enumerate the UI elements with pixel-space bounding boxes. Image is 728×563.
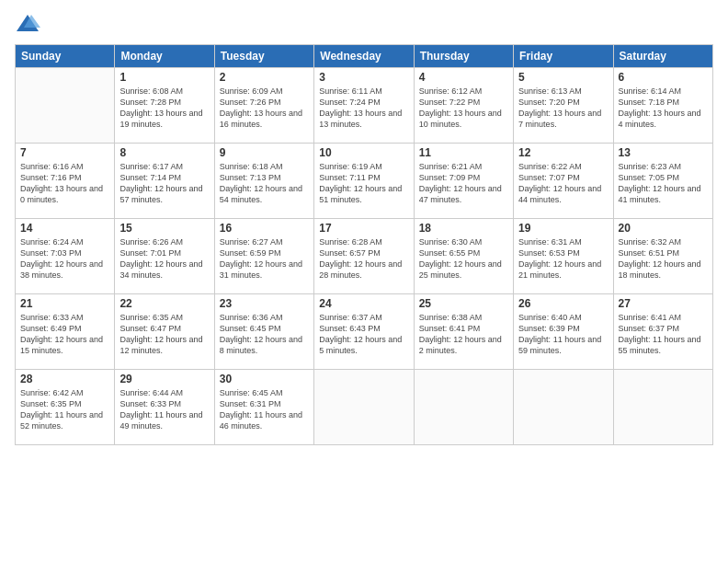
day-number: 12 (518, 146, 608, 159)
calendar-cell (16, 68, 115, 144)
calendar-cell: 10Sunrise: 6:19 AMSunset: 7:11 PMDayligh… (314, 144, 414, 219)
calendar-cell: 30Sunrise: 6:45 AMSunset: 6:31 PMDayligh… (214, 370, 313, 445)
calendar-cell: 28Sunrise: 6:42 AMSunset: 6:35 PMDayligh… (16, 370, 115, 445)
day-number: 26 (518, 297, 608, 310)
day-info: Sunrise: 6:28 AMSunset: 6:57 PMDaylight:… (319, 236, 408, 282)
day-info: Sunrise: 6:37 AMSunset: 6:43 PMDaylight:… (319, 312, 408, 357)
calendar-week-row: 28Sunrise: 6:42 AMSunset: 6:35 PMDayligh… (16, 370, 713, 445)
calendar-cell: 20Sunrise: 6:32 AMSunset: 6:51 PMDayligh… (613, 219, 712, 294)
logo-icon (15, 11, 40, 37)
day-number: 2 (220, 71, 309, 84)
calendar-cell (414, 370, 513, 445)
day-number: 14 (20, 222, 109, 235)
day-info: Sunrise: 6:30 AMSunset: 6:55 PMDaylight:… (419, 236, 508, 282)
calendar-cell: 3Sunrise: 6:11 AMSunset: 7:24 PMDaylight… (314, 68, 414, 144)
calendar-cell: 8Sunrise: 6:17 AMSunset: 7:14 PMDaylight… (115, 144, 214, 219)
logo (15, 11, 44, 37)
day-number: 5 (518, 71, 608, 84)
day-info: Sunrise: 6:36 AMSunset: 6:45 PMDaylight:… (220, 312, 309, 357)
day-info: Sunrise: 6:19 AMSunset: 7:11 PMDaylight:… (319, 161, 408, 206)
calendar-cell: 21Sunrise: 6:33 AMSunset: 6:49 PMDayligh… (16, 294, 115, 370)
day-number: 23 (220, 297, 309, 310)
day-number: 4 (419, 71, 508, 84)
day-info: Sunrise: 6:21 AMSunset: 7:09 PMDaylight:… (419, 161, 508, 206)
day-info: Sunrise: 6:18 AMSunset: 7:13 PMDaylight:… (220, 161, 309, 206)
calendar-cell: 11Sunrise: 6:21 AMSunset: 7:09 PMDayligh… (414, 144, 513, 219)
day-info: Sunrise: 6:09 AMSunset: 7:26 PMDaylight:… (220, 86, 309, 131)
calendar-cell: 17Sunrise: 6:28 AMSunset: 6:57 PMDayligh… (314, 219, 414, 294)
day-header-monday: Monday (115, 45, 214, 68)
day-number: 18 (419, 222, 508, 235)
calendar-cell: 19Sunrise: 6:31 AMSunset: 6:53 PMDayligh… (514, 219, 613, 294)
day-number: 16 (220, 222, 309, 235)
day-number: 11 (419, 146, 508, 159)
calendar-cell: 23Sunrise: 6:36 AMSunset: 6:45 PMDayligh… (214, 294, 313, 370)
day-number: 10 (319, 146, 408, 159)
calendar-week-row: 7Sunrise: 6:16 AMSunset: 7:16 PMDaylight… (16, 144, 713, 219)
day-number: 7 (20, 146, 109, 159)
calendar-cell (514, 370, 613, 445)
day-header-thursday: Thursday (414, 45, 513, 68)
day-number: 15 (119, 222, 209, 235)
day-number: 28 (20, 373, 109, 385)
day-number: 1 (119, 71, 209, 84)
calendar-cell: 9Sunrise: 6:18 AMSunset: 7:13 PMDaylight… (214, 144, 313, 219)
day-info: Sunrise: 6:32 AMSunset: 6:51 PMDaylight:… (619, 236, 708, 282)
day-number: 22 (119, 297, 209, 310)
day-info: Sunrise: 6:38 AMSunset: 6:41 PMDaylight:… (419, 312, 508, 357)
day-number: 24 (319, 297, 408, 310)
day-info: Sunrise: 6:42 AMSunset: 6:35 PMDaylight:… (20, 387, 109, 432)
day-header-tuesday: Tuesday (214, 45, 313, 68)
day-number: 8 (119, 146, 209, 159)
calendar-cell: 18Sunrise: 6:30 AMSunset: 6:55 PMDayligh… (414, 219, 513, 294)
calendar-cell (314, 370, 414, 445)
day-info: Sunrise: 6:16 AMSunset: 7:16 PMDaylight:… (20, 161, 109, 206)
day-info: Sunrise: 6:24 AMSunset: 7:03 PMDaylight:… (20, 236, 109, 282)
calendar-cell: 25Sunrise: 6:38 AMSunset: 6:41 PMDayligh… (414, 294, 513, 370)
calendar-cell: 7Sunrise: 6:16 AMSunset: 7:16 PMDaylight… (16, 144, 115, 219)
calendar-cell: 12Sunrise: 6:22 AMSunset: 7:07 PMDayligh… (514, 144, 613, 219)
calendar-week-row: 1Sunrise: 6:08 AMSunset: 7:28 PMDaylight… (16, 68, 713, 144)
day-info: Sunrise: 6:33 AMSunset: 6:49 PMDaylight:… (20, 312, 109, 357)
day-info: Sunrise: 6:14 AMSunset: 7:18 PMDaylight:… (619, 86, 708, 131)
day-info: Sunrise: 6:26 AMSunset: 7:01 PMDaylight:… (119, 236, 209, 282)
calendar-week-row: 14Sunrise: 6:24 AMSunset: 7:03 PMDayligh… (16, 219, 713, 294)
day-number: 27 (619, 297, 708, 310)
day-number: 3 (319, 71, 408, 84)
day-info: Sunrise: 6:45 AMSunset: 6:31 PMDaylight:… (220, 387, 309, 432)
day-header-sunday: Sunday (16, 45, 115, 68)
calendar-cell (613, 370, 712, 445)
calendar-cell: 24Sunrise: 6:37 AMSunset: 6:43 PMDayligh… (314, 294, 414, 370)
day-number: 21 (20, 297, 109, 310)
day-number: 9 (220, 146, 309, 159)
calendar-cell: 13Sunrise: 6:23 AMSunset: 7:05 PMDayligh… (613, 144, 712, 219)
day-info: Sunrise: 6:22 AMSunset: 7:07 PMDaylight:… (518, 161, 608, 206)
calendar-cell: 22Sunrise: 6:35 AMSunset: 6:47 PMDayligh… (115, 294, 214, 370)
page: SundayMondayTuesdayWednesdayThursdayFrid… (0, 0, 728, 563)
day-number: 6 (619, 71, 708, 84)
day-number: 29 (119, 373, 209, 385)
day-info: Sunrise: 6:31 AMSunset: 6:53 PMDaylight:… (518, 236, 608, 282)
calendar-cell: 29Sunrise: 6:44 AMSunset: 6:33 PMDayligh… (115, 370, 214, 445)
calendar-cell: 26Sunrise: 6:40 AMSunset: 6:39 PMDayligh… (514, 294, 613, 370)
calendar-cell: 1Sunrise: 6:08 AMSunset: 7:28 PMDaylight… (115, 68, 214, 144)
calendar-cell: 15Sunrise: 6:26 AMSunset: 7:01 PMDayligh… (115, 219, 214, 294)
day-info: Sunrise: 6:44 AMSunset: 6:33 PMDaylight:… (119, 387, 209, 432)
day-info: Sunrise: 6:40 AMSunset: 6:39 PMDaylight:… (518, 312, 608, 357)
calendar-cell: 2Sunrise: 6:09 AMSunset: 7:26 PMDaylight… (214, 68, 313, 144)
calendar-cell: 14Sunrise: 6:24 AMSunset: 7:03 PMDayligh… (16, 219, 115, 294)
day-number: 20 (619, 222, 708, 235)
day-info: Sunrise: 6:08 AMSunset: 7:28 PMDaylight:… (119, 86, 209, 131)
day-header-friday: Friday (514, 45, 613, 68)
day-info: Sunrise: 6:11 AMSunset: 7:24 PMDaylight:… (319, 86, 408, 131)
day-info: Sunrise: 6:23 AMSunset: 7:05 PMDaylight:… (619, 161, 708, 206)
day-info: Sunrise: 6:17 AMSunset: 7:14 PMDaylight:… (119, 161, 209, 206)
day-info: Sunrise: 6:12 AMSunset: 7:22 PMDaylight:… (419, 86, 508, 131)
calendar-week-row: 21Sunrise: 6:33 AMSunset: 6:49 PMDayligh… (16, 294, 713, 370)
day-info: Sunrise: 6:13 AMSunset: 7:20 PMDaylight:… (518, 86, 608, 131)
day-info: Sunrise: 6:35 AMSunset: 6:47 PMDaylight:… (119, 312, 209, 357)
day-info: Sunrise: 6:27 AMSunset: 6:59 PMDaylight:… (220, 236, 309, 282)
calendar-header-row: SundayMondayTuesdayWednesdayThursdayFrid… (16, 45, 713, 68)
day-header-wednesday: Wednesday (314, 45, 414, 68)
calendar-cell: 5Sunrise: 6:13 AMSunset: 7:20 PMDaylight… (514, 68, 613, 144)
